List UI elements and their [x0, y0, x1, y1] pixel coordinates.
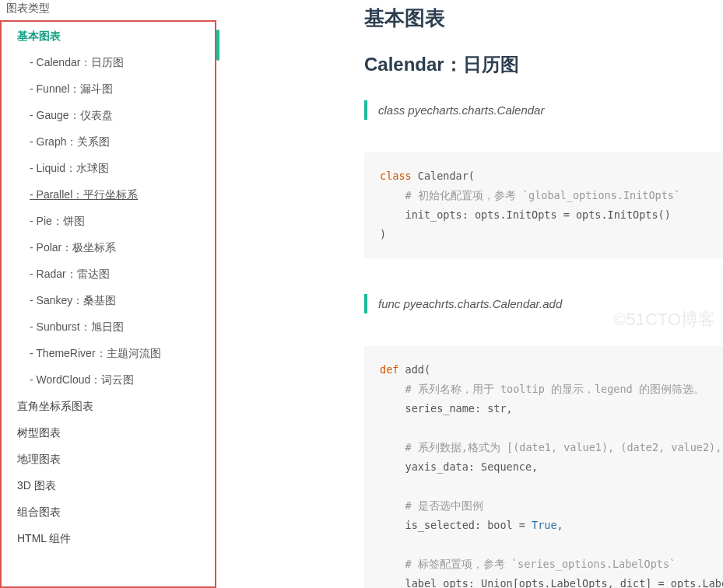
nav-item-radar[interactable]: - Radar：雷达图	[2, 261, 215, 288]
code-line: label_opts: Union[opts.LabelOpts, dict] …	[380, 577, 723, 588]
nav-section-rect[interactable]: 直角坐标系图表	[2, 394, 215, 420]
class-signature-quote: class pyecharts.charts.Calendar	[364, 100, 723, 120]
nav-item-sankey[interactable]: - Sankey：桑基图	[2, 288, 215, 314]
nav-section-geo[interactable]: 地理图表	[2, 446, 215, 473]
nav-item-funnel[interactable]: - Funnel：漏斗图	[2, 76, 215, 103]
nav-section-compose[interactable]: 组合图表	[2, 499, 215, 526]
nav-section-3d[interactable]: 3D 图表	[2, 473, 215, 499]
keyword-class: class	[380, 170, 412, 182]
nav-item-parallel[interactable]: - Parallel：平行坐标系	[2, 182, 215, 208]
class-name: Calendar(	[412, 170, 475, 182]
code-line: series_name: str,	[380, 402, 513, 415]
def-name: add(	[398, 363, 430, 376]
code-comment: # 系列数据,格式为 [(date1, value1), (date2, val…	[380, 441, 723, 453]
nav-item-calendar[interactable]: - Calendar：日历图	[2, 50, 215, 76]
nav-section-html[interactable]: HTML 组件	[2, 526, 215, 552]
nav-item-graph[interactable]: - Graph：关系图	[2, 129, 215, 156]
code-block-def: def add( # 系列名称，用于 tooltip 的显示，legend 的图…	[364, 346, 723, 588]
nav-section-basic[interactable]: 基本图表	[2, 23, 215, 50]
section-title: Calendar：日历图	[364, 52, 723, 100]
func-signature-quote: func pyeachrts.charts.Calendar.add	[364, 294, 723, 313]
sidebar-header: 图表类型	[0, 0, 216, 22]
main-content: 基本图表 Calendar：日历图 class pyecharts.charts…	[224, 0, 723, 588]
code-line: yaxis_data: Sequence,	[380, 460, 538, 473]
nav-item-pie[interactable]: - Pie：饼图	[2, 208, 215, 235]
code-comment: # 标签配置项，参考 `series_options.LabelOpts`	[380, 558, 676, 570]
sidebar: 图表类型 基本图表 - Calendar：日历图 - Funnel：漏斗图 - …	[0, 0, 216, 588]
code-line: )	[380, 228, 386, 240]
code-comment: # 初始化配置项，参考 `global_options.InitOpts`	[380, 189, 680, 201]
active-marker	[216, 30, 219, 61]
divider	[216, 0, 224, 588]
code-comment: # 是否选中图例	[380, 499, 483, 512]
nav-item-gauge[interactable]: - Gauge：仪表盘	[2, 103, 215, 129]
nav-item-liquid[interactable]: - Liquid：水球图	[2, 156, 215, 182]
code-comment: # 系列名称，用于 tooltip 的显示，legend 的图例筛选。	[380, 383, 704, 395]
code-block-class: class Calendar( # 初始化配置项，参考 `global_opti…	[364, 152, 723, 258]
nav-section-tree[interactable]: 树型图表	[2, 420, 215, 446]
code-line: init_opts: opts.InitOpts = opts.InitOpts…	[380, 208, 671, 221]
code-line: is_selected: bool = True,	[380, 519, 563, 531]
nav-item-polar[interactable]: - Polar：极坐标系	[2, 235, 215, 261]
nav-item-themeriver[interactable]: - ThemeRiver：主题河流图	[2, 341, 215, 367]
nav-item-sunburst[interactable]: - Sunburst：旭日图	[2, 314, 215, 341]
nav-item-wordcloud[interactable]: - WordCloud：词云图	[2, 367, 215, 394]
keyword-def: def	[380, 363, 398, 376]
page-title: 基本图表	[364, 0, 723, 52]
